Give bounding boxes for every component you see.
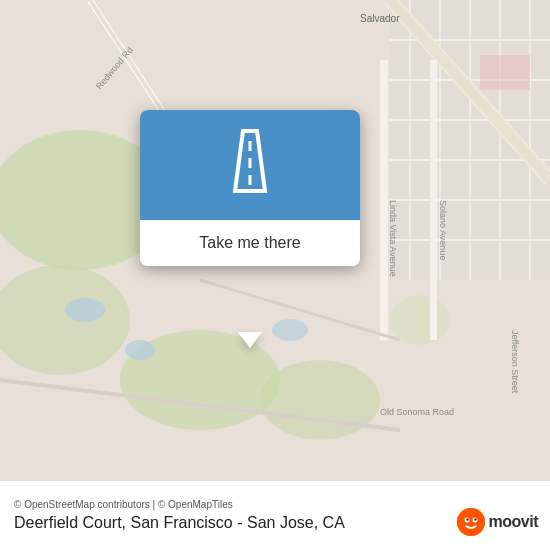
svg-text:Linda Vista Avenue: Linda Vista Avenue xyxy=(388,200,398,277)
popup-tail xyxy=(238,332,262,348)
svg-rect-21 xyxy=(480,55,530,90)
svg-point-44 xyxy=(466,518,468,520)
svg-point-7 xyxy=(125,340,155,360)
road-icon xyxy=(215,126,285,204)
svg-point-4 xyxy=(260,360,380,440)
popup-card: Take me there xyxy=(140,110,360,266)
svg-point-45 xyxy=(474,518,476,520)
moovit-icon-svg xyxy=(457,508,485,536)
svg-point-41 xyxy=(457,508,485,536)
popup-icon-area xyxy=(140,110,360,220)
svg-point-8 xyxy=(272,319,308,341)
svg-point-5 xyxy=(390,295,450,345)
svg-rect-27 xyxy=(380,60,388,340)
location-label: Deerfield Court, San Francisco - San Jos… xyxy=(14,514,345,532)
svg-rect-29 xyxy=(430,60,437,340)
moovit-logo: moovit xyxy=(457,508,538,536)
svg-text:Solano Avenue: Solano Avenue xyxy=(438,200,448,260)
bottom-bar: © OpenStreetMap contributors | © OpenMap… xyxy=(0,480,550,550)
svg-text:Salvador: Salvador xyxy=(360,13,400,24)
map-container: Redwood Rd Linda Vista Avenue Solano Ave… xyxy=(0,0,550,480)
svg-text:Jefferson Street: Jefferson Street xyxy=(510,330,520,394)
take-me-there-button[interactable]: Take me there xyxy=(140,220,360,266)
attribution-text: © OpenStreetMap contributors | © OpenMap… xyxy=(14,499,233,510)
moovit-text: moovit xyxy=(489,513,538,531)
svg-point-6 xyxy=(65,298,105,322)
svg-text:Old Sonoma Road: Old Sonoma Road xyxy=(380,407,454,417)
